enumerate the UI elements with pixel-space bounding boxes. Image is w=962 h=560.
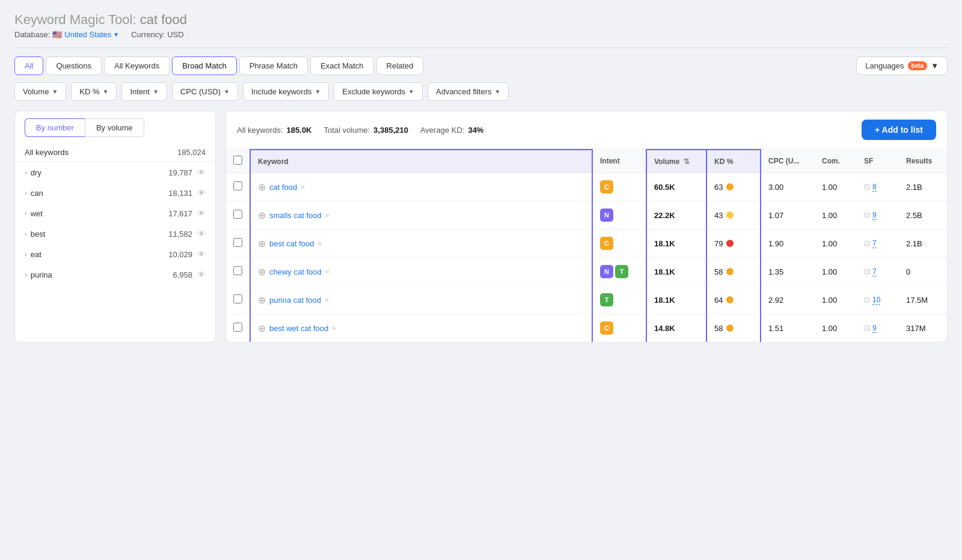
main-content: By number By volume All keywords 185,024… (14, 111, 948, 342)
filter-kd[interactable]: KD % ▼ (71, 82, 117, 101)
sidebar-item-wet-eye-icon[interactable]: 👁 (197, 208, 206, 218)
sidebar-item-purina[interactable]: › purina 6,958 👁 (15, 264, 215, 285)
view-by-volume-button[interactable]: By volume (85, 118, 144, 137)
td-kd-2: 43 (706, 201, 761, 230)
keyword-expand-icon-4[interactable]: » (325, 267, 329, 276)
tab-broad-match[interactable]: Broad Match (172, 56, 237, 75)
kd-dot-3 (726, 240, 734, 247)
td-intent-5: T (592, 286, 646, 314)
sidebar-item-dry-chevron-icon: › (25, 169, 27, 176)
keyword-add-icon-6[interactable]: ⊕ (258, 323, 266, 334)
keyword-link-4[interactable]: chewy cat food (269, 267, 322, 276)
sf-count-5[interactable]: 10 (872, 296, 880, 305)
sidebar-item-dry[interactable]: › dry 19,787 👁 (15, 162, 215, 183)
volume-value-2: 22.2K (654, 211, 675, 220)
country-name: United States (64, 30, 111, 39)
filter-exclude[interactable]: Exclude keywords ▼ (334, 82, 423, 101)
intent-badge-c-1: C (600, 180, 613, 193)
sidebar-item-eat-label: eat (31, 250, 41, 259)
keyword-expand-icon-5[interactable]: » (325, 296, 329, 304)
keyword-add-icon-5[interactable]: ⊕ (258, 294, 266, 306)
row-checkbox-5[interactable] (233, 294, 242, 303)
header-divider (14, 47, 948, 48)
sidebar-item-best[interactable]: › best 11,582 👁 (15, 224, 215, 244)
sf-count-3[interactable]: 7 (872, 239, 877, 248)
sidebar-item-purina-eye-icon[interactable]: 👁 (197, 270, 206, 279)
kd-dot-4 (726, 268, 734, 275)
keyword-expand-icon-3[interactable]: » (317, 239, 322, 248)
country-link[interactable]: United States ▼ (64, 30, 119, 39)
td-cpc-4: 1.35 (761, 258, 815, 286)
keyword-add-icon-1[interactable]: ⊕ (258, 181, 266, 193)
filter-exclude-label: Exclude keywords (342, 87, 405, 96)
sidebar-item-best-eye-icon[interactable]: 👁 (197, 229, 206, 239)
keyword-add-icon-3[interactable]: ⊕ (258, 238, 266, 249)
sf-count-4[interactable]: 7 (872, 267, 877, 276)
kd-value-6: 58 (714, 324, 723, 333)
sidebar-item-dry-eye-icon[interactable]: 👁 (197, 168, 206, 177)
tab-all-keywords[interactable]: All Keywords (104, 56, 170, 75)
tab-phrase-match[interactable]: Phrase Match (239, 56, 308, 75)
row-checkbox-2[interactable] (233, 210, 242, 219)
td-kd-6: 58 (706, 314, 761, 342)
td-results-3: 2.1B (899, 230, 947, 258)
row-checkbox-1[interactable] (233, 181, 242, 190)
keyword-link-2[interactable]: smalls cat food (269, 211, 322, 220)
sidebar-item-best-chevron-icon: › (25, 230, 27, 237)
row-checkbox-4[interactable] (233, 266, 242, 275)
sf-count-2[interactable]: 9 (872, 211, 877, 220)
view-by-number-button[interactable]: By number (25, 118, 85, 137)
table-wrapper: Keyword Intent Volume ⇅ KD % CPC (U... C… (226, 149, 947, 342)
tab-questions[interactable]: Questions (46, 56, 102, 75)
intent-badge-t-5: T (600, 293, 613, 306)
tab-all[interactable]: All (14, 56, 43, 75)
filter-advanced[interactable]: Advanced filters ▼ (427, 82, 509, 101)
row-checkbox-3[interactable] (233, 238, 242, 247)
add-to-list-button[interactable]: + Add to list (862, 120, 936, 140)
sidebar-item-eat-chevron-icon: › (25, 251, 27, 258)
filter-advanced-caret-icon: ▼ (494, 88, 500, 95)
sf-icon-1: ⊡ (864, 183, 870, 191)
sidebar-item-dry-count: 19,787 (168, 168, 192, 177)
th-volume[interactable]: Volume ⇅ (646, 150, 706, 173)
keyword-add-icon-4[interactable]: ⊕ (258, 266, 266, 278)
keyword-link-3[interactable]: best cat food (269, 239, 314, 248)
sidebar-item-eat-eye-icon[interactable]: 👁 (197, 249, 206, 259)
total-volume-value: 3,385,210 (373, 126, 408, 135)
languages-chevron-icon: ▼ (931, 61, 939, 70)
keyword-link-1[interactable]: cat food (269, 183, 297, 192)
volume-value-6: 14.8K (654, 324, 675, 333)
tab-related[interactable]: Related (376, 56, 424, 75)
row-checkbox-6[interactable] (233, 323, 242, 332)
kd-value-1: 63 (714, 183, 723, 192)
filter-cpc-caret-icon: ▼ (224, 88, 230, 95)
filter-intent[interactable]: Intent ▼ (121, 82, 167, 101)
tab-languages[interactable]: Languages beta ▼ (856, 56, 948, 75)
keyword-link-5[interactable]: purina cat food (269, 296, 321, 305)
sidebar-item-can[interactable]: › can 18,131 👁 (15, 183, 215, 203)
filter-cpc[interactable]: CPC (USD) ▼ (172, 82, 238, 101)
sf-count-6[interactable]: 9 (872, 324, 877, 333)
filter-advanced-label: Advanced filters (436, 87, 492, 96)
keyword-expand-icon-1[interactable]: » (301, 183, 305, 191)
keyword-link-6[interactable]: best wet cat food (269, 324, 328, 333)
sidebar-list: All keywords 185,024 › dry 19,787 👁 (15, 137, 215, 291)
filter-volume-label: Volume (23, 87, 49, 96)
sf-count-1[interactable]: 8 (872, 183, 877, 192)
keyword-add-icon-2[interactable]: ⊕ (258, 210, 266, 221)
filter-volume[interactable]: Volume ▼ (14, 82, 66, 101)
table-summary: All keywords: 185.0K Total volume: 3,385… (226, 111, 947, 149)
sidebar-item-can-chevron-icon: › (25, 189, 27, 196)
tab-exact-match[interactable]: Exact Match (310, 56, 374, 75)
filter-include[interactable]: Include keywords ▼ (243, 82, 329, 101)
td-checkbox-1 (226, 173, 250, 201)
sidebar-item-wet[interactable]: › wet 17,617 👁 (15, 203, 215, 224)
select-all-checkbox[interactable] (233, 156, 242, 165)
keyword-expand-icon-6[interactable]: » (332, 324, 336, 332)
sidebar-item-eat[interactable]: › eat 10,029 👁 (15, 244, 215, 264)
keyword-expand-icon-2[interactable]: » (325, 211, 329, 219)
td-intent-3: C (592, 230, 646, 258)
sidebar-item-can-eye-icon[interactable]: 👁 (197, 188, 206, 198)
td-kd-4: 58 (706, 258, 761, 286)
td-volume-6: 14.8K (646, 314, 706, 342)
